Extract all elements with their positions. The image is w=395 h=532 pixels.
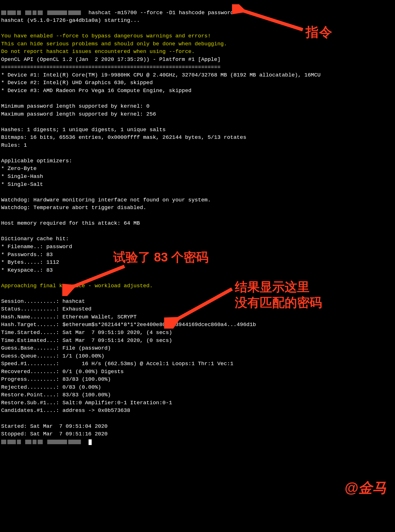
status-speed: Speed.#1.........: 16 H/s (662.53ms) @ A… bbox=[1, 361, 233, 367]
optimizer-single-hash: * Single-Hash bbox=[1, 173, 43, 180]
status-rejected: Rejected.........: 0/83 (0.00%) bbox=[1, 384, 101, 390]
device-1: * Device #1: Intel(R) Core(TM) i9-9980HK… bbox=[1, 72, 321, 78]
status-guess-base: Guess.Base.......: File (password) bbox=[1, 345, 111, 351]
opencl-platform: OpenCL API (OpenCL 1.2 (Jan 2 2020 17:35… bbox=[1, 56, 220, 63]
status-recovered: Recovered........: 0/1 (0.00%) Digests bbox=[1, 369, 124, 375]
command-line: hashcat -m15700 --force -D1 hashcode pas… bbox=[89, 10, 234, 16]
separator-line: ========================================… bbox=[1, 64, 220, 70]
status-time-estimated: Time.Estimated...: Sat Mar 7 09:51:14 20… bbox=[1, 337, 172, 344]
hashes-line: Hashes: 1 digests; 1 unique digests, 1 u… bbox=[1, 127, 166, 133]
status-progress: Progress.........: 83/83 (100.00%) bbox=[1, 376, 111, 382]
redacted-bottom-3 bbox=[17, 440, 21, 444]
dict-filename: * Filename..: password bbox=[1, 244, 72, 250]
status-time-started: Time.Started.....: Sat Mar 7 09:51:10 20… bbox=[1, 329, 172, 336]
prompt-redacted bbox=[1, 10, 82, 16]
max-pw-length: Maximum password length supported by ker… bbox=[1, 111, 156, 117]
force-warning-1: You have enabled --force to bypass dange… bbox=[1, 33, 211, 39]
cursor-icon bbox=[89, 439, 92, 445]
redacted-bottom-6 bbox=[38, 440, 43, 444]
force-warning-3: Do not report hashcat issues encountered… bbox=[1, 48, 195, 55]
started-time: Started: Sat Mar 7 09:51:04 2020 bbox=[1, 423, 108, 429]
redacted-bottom-2 bbox=[7, 440, 16, 444]
stopped-time: Stopped: Sat Mar 7 09:51:16 2020 bbox=[1, 431, 108, 437]
status-restore-point: Restore.Point....: 83/83 (100.00%) bbox=[1, 392, 111, 398]
starting-line: hashcat (v5.1.0-1726-ga4db1a0a) starting… bbox=[1, 17, 140, 24]
redacted-bottom-8 bbox=[68, 440, 81, 444]
host-memory: Host memory required for this attack: 64… bbox=[1, 220, 140, 226]
redacted-bottom-7 bbox=[47, 440, 67, 444]
optimizer-single-salt: * Single-Salt bbox=[1, 181, 43, 188]
status-status: Status...........: Exhausted bbox=[1, 306, 91, 312]
dict-bytes: * Bytes.....: 1112 bbox=[1, 259, 59, 265]
dict-passwords: * Passwords.: 83 bbox=[1, 252, 53, 258]
approaching-keyspace: Approaching final keyspace - workload ad… bbox=[1, 283, 153, 289]
redacted-bottom-1 bbox=[1, 440, 6, 444]
watchdog-2: Watchdog: Temperature abort trigger disa… bbox=[1, 205, 146, 211]
terminal-output: hashcat -m15700 --force -D1 hashcode pas… bbox=[0, 0, 395, 447]
min-pw-length: Minimum password length supported by ker… bbox=[1, 103, 150, 109]
redacted-bottom-4 bbox=[25, 440, 31, 444]
watchdog-1: Watchdog: Hardware monitoring interface … bbox=[1, 197, 211, 203]
device-3: * Device #3: AMD Radeon Pro Vega 16 Comp… bbox=[1, 88, 192, 94]
status-hashname: Hash.Name........: Ethereum Wallet, SCRY… bbox=[1, 314, 137, 320]
status-hashtarget: Hash.Target......: $ethereum$s*262144*8*… bbox=[1, 322, 256, 328]
force-warning-2: This can hide serious problems and shoul… bbox=[1, 41, 227, 47]
device-2: * Device #2: Intel(R) UHD Graphics 630, … bbox=[1, 80, 153, 86]
optimizers-header: Applicable optimizers: bbox=[1, 158, 72, 164]
status-guess-queue: Guess.Queue......: 1/1 (100.00%) bbox=[1, 353, 104, 359]
redacted-bottom-5 bbox=[33, 440, 37, 444]
status-candidates: Candidates.#1....: address -> 0x0b573638 bbox=[1, 407, 130, 414]
rules-line: Rules: 1 bbox=[1, 142, 27, 148]
status-session: Session..........: hashcat bbox=[1, 298, 85, 305]
bitmaps-line: Bitmaps: 16 bits, 65536 entries, 0x0000f… bbox=[1, 134, 246, 141]
optimizer-zero-byte: * Zero-Byte bbox=[1, 165, 37, 172]
dict-header: Dictionary cache hit: bbox=[1, 236, 69, 242]
dict-keyspace: * Keyspace..: 83 bbox=[1, 267, 53, 273]
annotation-signature: @金马 bbox=[344, 478, 387, 498]
status-restore-sub: Restore.Sub.#1...: Salt:0 Amplifier:0-1 … bbox=[1, 400, 172, 406]
